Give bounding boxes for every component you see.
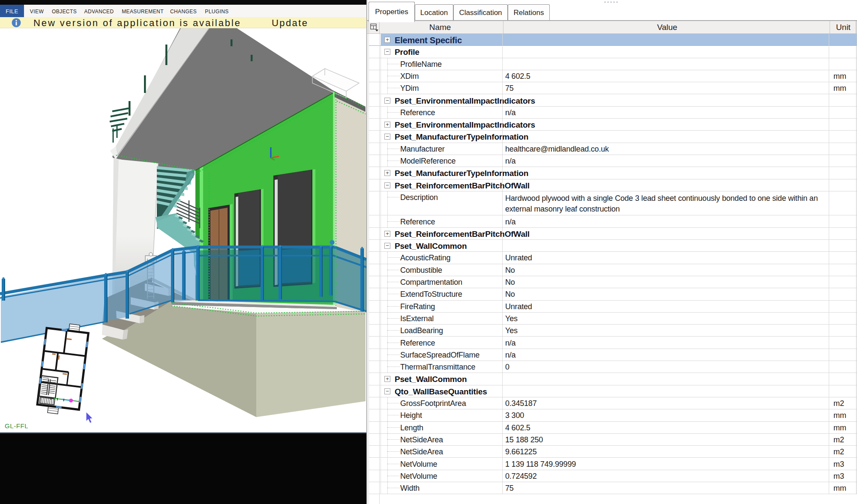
svg-text:FILE: FILE: [6, 8, 18, 15]
svg-text:VIEW: VIEW: [30, 9, 44, 15]
svg-text:ADVANCED: ADVANCED: [84, 9, 114, 15]
svg-text:New version of application is: New version of application is available: [33, 18, 241, 28]
svg-text:MEASUREMENT: MEASUREMENT: [122, 9, 164, 15]
svg-text:OBJECTS: OBJECTS: [52, 9, 77, 15]
svg-text:Update: Update: [272, 18, 308, 28]
svg-text:PLUGINS: PLUGINS: [205, 9, 228, 15]
svg-text:GL-FFL: GL-FFL: [5, 422, 28, 429]
svg-text:CHANGES: CHANGES: [170, 9, 197, 15]
